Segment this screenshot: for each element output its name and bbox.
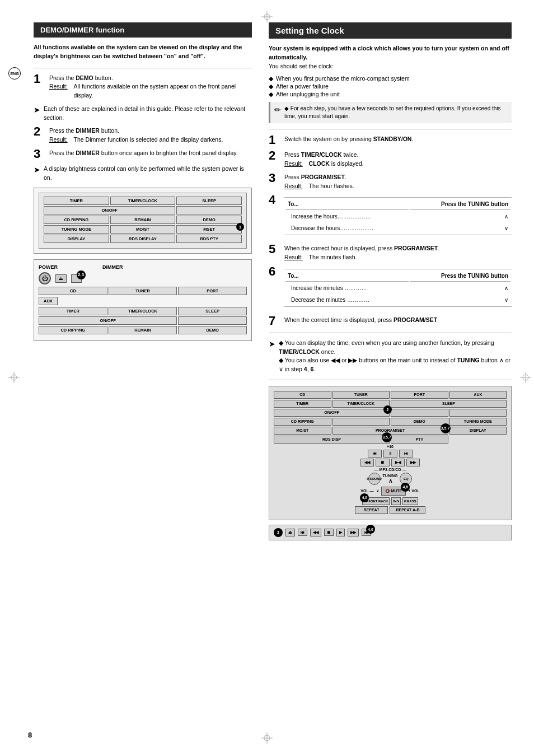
empty-btn-1 (176, 206, 242, 214)
badge-2-big: 2 (383, 405, 392, 414)
remote2-top-label: POWER DIMMER (39, 264, 247, 270)
cdripping-btn: CD RIPPING (44, 216, 109, 224)
left-intro: All functions available on the system ca… (34, 43, 252, 61)
bottom-btns-row: PRESET BACK 4,6 ING P.BASS (274, 497, 507, 505)
right-step-content-6: To... Press the TUNING button Increase t… (284, 267, 512, 311)
big-tuningmode: TUNING MODE (449, 418, 507, 426)
right-step-content-7: When the correct time is displayed, pres… (284, 316, 512, 325)
bt-prev: ⏮ (298, 529, 307, 536)
psound-btn: P.SOUND (368, 473, 381, 485)
tuning-label: TUNING (383, 474, 398, 478)
big-sleep: SLEEP (391, 400, 507, 408)
repeat-row: REPEAT REPEAT A-B (274, 506, 507, 514)
big-most: MO/ST (274, 427, 331, 435)
arrow-icon-2: ➤ (34, 165, 40, 174)
right-step-num-7: 7 (269, 315, 284, 327)
step-3: 3 Press the DIMMER button once again to … (34, 149, 252, 160)
right-step-num-6: 6 (269, 265, 284, 278)
tuningmode-btn: TUNING MODE (44, 225, 109, 234)
step-num-3: 3 (34, 148, 49, 160)
onoff-btn: ON/OFF (44, 206, 175, 214)
big-rdsdisplay: RDS DISP 3,5,7 (274, 436, 390, 444)
badge-1-bottom: 1 (274, 528, 283, 537)
tuning-row: P.SOUND TUNING ∧ EQ (274, 473, 507, 485)
big-onoff: ON/OFF 2 (274, 409, 390, 417)
big-display: DISPLAY (449, 427, 507, 435)
remain-btn: REMAIN (110, 216, 176, 224)
right-step-num-3: 3 (269, 172, 284, 184)
step-content-1: Press the DEMO button. Result: All funct… (49, 74, 252, 100)
arrow-icon-1: ➤ (34, 105, 40, 114)
eng-badge: ENG (8, 67, 21, 80)
remote-image-1: TIMER TIMER/CLOCK SLEEP ON/OFF CD RIPPIN… (34, 188, 252, 254)
big-timer: TIMER (274, 400, 331, 408)
left-registration-mark (8, 372, 20, 384)
big-cd: CD (274, 391, 331, 399)
ing-btn: ING (391, 497, 401, 505)
step-1: 1 Press the DEMO button. Result: All fun… (34, 74, 252, 100)
right-column: Setting the Clock Your system is equippe… (269, 22, 512, 540)
right-section-title: Setting the Clock (269, 22, 512, 39)
big-aux: AUX (449, 391, 507, 399)
fwd-btn: ▶◀ (391, 459, 405, 466)
mset-btn: MSET 1 (176, 225, 242, 234)
port-btn: PORT (178, 287, 247, 295)
note-box: ✏ ◆ For each step, you have a few second… (269, 102, 512, 123)
timer-btn: TIMER (44, 197, 109, 205)
tuner-btn: TUNER (109, 287, 177, 295)
empty2-btn (178, 316, 247, 325)
step-num-2: 2 (34, 125, 49, 138)
transport-row-1: ⏮ ⏸ ⏭ (274, 450, 507, 458)
badge-46-pre: 4,6 (360, 493, 369, 502)
cdripping2-btn: CD RIPPING (39, 326, 107, 334)
page-number: 8 (28, 731, 32, 739)
arrow-icon-r1: ➤ (269, 339, 275, 348)
bt-ff: ▶▶ (348, 529, 359, 536)
badge-23: 2,3 (77, 270, 86, 279)
right-step-content-1: Switch the system on by pressing STANDBY… (284, 135, 512, 144)
rdspty-btn: RDS PTY (176, 235, 242, 243)
step-content-2: Press the DIMMER button. Result: The Dim… (49, 127, 252, 144)
mp3cdcd-label: — MP3-CD/CD — (274, 468, 507, 472)
remain2-btn: REMAIN (109, 326, 177, 334)
right-step-content-2: Press TIMER/CLOCK twice. Result: CLOCK i… (284, 151, 512, 169)
bt-stop: ⏹ (324, 529, 334, 536)
big-demo: DEMO (391, 418, 448, 426)
badge-357-big: 3,5,7 (441, 423, 451, 433)
big-empty1 (391, 409, 448, 417)
note-1: ➤ Each of these are explained in detail … (34, 105, 252, 123)
divider-right-1 (269, 129, 512, 129)
preset-back-btn: PRESET BACK 4,6 (362, 497, 390, 505)
timerclock2-btn: TIMER/CLOCK (109, 307, 177, 315)
big-timerclock: TIMER/CLOCK (332, 400, 390, 408)
rdsdisplay-btn: RDS DISPLAY (110, 235, 176, 243)
badge-46-vol: 4,6 (401, 483, 410, 492)
stop-btn: ⏹ (376, 459, 390, 466)
big-remote-image: CD TUNER PORT AUX TIMER TIMER/CLOCK SLEE… (269, 386, 512, 520)
right-step-5: 5 When the correct hour is displayed, pr… (269, 244, 512, 262)
right-step-content-3: Press PROGRAM/SET. Result: The hour flas… (284, 173, 512, 191)
sleep-btn: SLEEP (176, 197, 242, 205)
bt-play: ▶ (336, 529, 345, 536)
bullet-1: ◆When you first purchase the micro-compa… (269, 75, 512, 82)
ff-btn: ▶▶ (406, 459, 420, 466)
transport-row-2: ◀◀ ⏹ ▶◀ ▶▶ (274, 459, 507, 466)
badge-46-bottom: 4,6 (366, 525, 375, 534)
big-rdspty: PTY (391, 436, 448, 444)
right-step-7: 7 When the correct time is displayed, pr… (269, 316, 512, 327)
onoff2-btn: ON/OFF (39, 316, 177, 325)
dimmer-box: 2,3 (71, 274, 82, 283)
top-registration-mark (261, 11, 273, 24)
badge-357-big2: 3,5,7 (382, 432, 392, 442)
bottom-note-1: ➤ ◆ You can display the time, even when … (269, 339, 512, 374)
remote-1-buttons: TIMER TIMER/CLOCK SLEEP ON/OFF CD RIPPIN… (39, 193, 247, 249)
bullet-2: ◆After a power failure (269, 83, 512, 90)
step-4-table: To... Press the TUNING button Increase t… (284, 197, 512, 235)
big-port: PORT (391, 391, 448, 399)
bottom-remote-image: 1 ⏏ ⏮ ◀◀ ⏹ ▶ ▶▶ ⏭ 4,6 (269, 525, 512, 540)
big-cdripping: CD RIPPING (274, 418, 331, 426)
vol-row: VOL — ∨ 🔇 MUTE 4,6 + VOL (274, 487, 507, 496)
eject-btn: ⏏ (55, 274, 67, 283)
most-btn: MO/ST (110, 225, 176, 234)
right-step-content-4: To... Press the TUNING button Increase t… (284, 195, 512, 240)
